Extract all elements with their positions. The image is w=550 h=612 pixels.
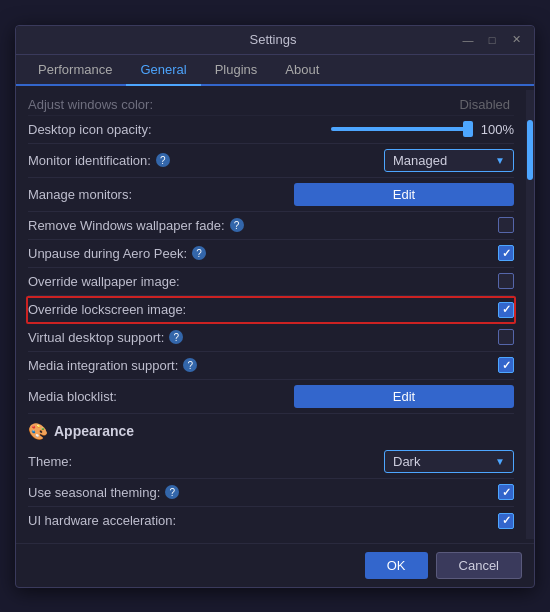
opacity-slider[interactable]: [331, 127, 471, 131]
tab-bar: Performance General Plugins About: [16, 55, 534, 86]
override-lockscreen-row: Override lockscreen image:: [26, 296, 516, 324]
titlebar: Settings — □ ✕: [16, 26, 534, 55]
desktop-icon-opacity-label: Desktop icon opacity:: [28, 122, 152, 137]
manage-monitors-control: Edit: [294, 183, 514, 206]
unpause-aero-checkbox[interactable]: [498, 245, 514, 261]
slider-container: 100%: [331, 122, 514, 137]
virtual-desktop-control: [294, 329, 514, 345]
tab-performance[interactable]: Performance: [24, 55, 126, 86]
slider-fill: [331, 127, 465, 131]
monitor-identification-dropdown[interactable]: Managed ▼: [384, 149, 514, 172]
remove-wallpaper-fade-row: Remove Windows wallpaper fade: ?: [28, 212, 514, 240]
remove-wallpaper-fade-help[interactable]: ?: [230, 218, 244, 232]
override-lockscreen-control: [294, 302, 514, 318]
media-blocklist-edit-button[interactable]: Edit: [294, 385, 514, 408]
desktop-icon-opacity-row: Desktop icon opacity: 100%: [28, 116, 514, 144]
unpause-aero-row: Unpause during Aero Peek: ?: [28, 240, 514, 268]
monitor-identification-row: Monitor identification: ? Managed ▼: [28, 144, 514, 178]
close-button[interactable]: ✕: [508, 32, 524, 48]
remove-wallpaper-fade-control: [294, 217, 514, 233]
manage-monitors-row: Manage monitors: Edit: [28, 178, 514, 212]
maximize-button[interactable]: □: [484, 32, 500, 48]
dropdown-arrow-icon: ▼: [495, 155, 505, 166]
media-integration-checkbox[interactable]: [498, 357, 514, 373]
unpause-aero-help[interactable]: ?: [192, 246, 206, 260]
media-integration-help[interactable]: ?: [183, 358, 197, 372]
window-title: Settings: [86, 32, 460, 47]
monitor-identification-label: Monitor identification:: [28, 153, 151, 168]
tab-plugins[interactable]: Plugins: [201, 55, 272, 86]
media-blocklist-control: Edit: [294, 385, 514, 408]
ui-hardware-accel-control: [294, 513, 514, 529]
appearance-section-header: 🎨 Appearance: [28, 414, 514, 445]
manage-monitors-label: Manage monitors:: [28, 187, 132, 202]
unpause-aero-label: Unpause during Aero Peek:: [28, 246, 187, 261]
appearance-section-label: Appearance: [54, 423, 134, 439]
override-wallpaper-checkbox[interactable]: [498, 273, 514, 289]
monitor-identification-control: Managed ▼: [294, 149, 514, 172]
scroll-area: Adjust windows color: Disabled Desktop i…: [16, 90, 526, 539]
appearance-icon: 🎨: [28, 422, 48, 441]
virtual-desktop-label: Virtual desktop support:: [28, 330, 164, 345]
seasonal-theming-help[interactable]: ?: [165, 485, 179, 499]
media-blocklist-label: Media blocklist:: [28, 389, 117, 404]
content-area: Adjust windows color: Disabled Desktop i…: [16, 86, 534, 543]
scrollbar-track[interactable]: [526, 90, 534, 539]
override-wallpaper-control: [294, 273, 514, 289]
adjust-windows-color-value: Disabled: [459, 97, 510, 112]
slider-value: 100%: [479, 122, 514, 137]
theme-dropdown[interactable]: Dark ▼: [384, 450, 514, 473]
scrollbar-thumb[interactable]: [527, 120, 533, 180]
ui-hardware-accel-checkbox[interactable]: [498, 513, 514, 529]
remove-wallpaper-fade-checkbox[interactable]: [498, 217, 514, 233]
tab-general[interactable]: General: [126, 55, 200, 86]
seasonal-theming-checkbox[interactable]: [498, 484, 514, 500]
adjust-windows-color-row: Adjust windows color: Disabled: [28, 94, 514, 116]
window-controls: — □ ✕: [460, 32, 524, 48]
theme-label: Theme:: [28, 454, 72, 469]
seasonal-theming-control: [294, 484, 514, 500]
remove-wallpaper-fade-label: Remove Windows wallpaper fade:: [28, 218, 225, 233]
seasonal-theming-label: Use seasonal theming:: [28, 485, 160, 500]
media-integration-label: Media integration support:: [28, 358, 178, 373]
media-integration-control: [294, 357, 514, 373]
adjust-windows-color-label: Adjust windows color:: [28, 97, 459, 112]
manage-monitors-edit-button[interactable]: Edit: [294, 183, 514, 206]
slider-thumb: [463, 121, 473, 137]
virtual-desktop-checkbox[interactable]: [498, 329, 514, 345]
override-lockscreen-label: Override lockscreen image:: [28, 302, 186, 317]
footer: OK Cancel: [16, 543, 534, 587]
ok-button[interactable]: OK: [365, 552, 428, 579]
virtual-desktop-row: Virtual desktop support: ?: [28, 324, 514, 352]
override-wallpaper-row: Override wallpaper image:: [28, 268, 514, 296]
monitor-identification-help[interactable]: ?: [156, 153, 170, 167]
virtual-desktop-help[interactable]: ?: [169, 330, 183, 344]
theme-dropdown-arrow-icon: ▼: [495, 456, 505, 467]
settings-window: Settings — □ ✕ Performance General Plugi…: [15, 25, 535, 588]
seasonal-theming-row: Use seasonal theming: ?: [28, 479, 514, 507]
tab-about[interactable]: About: [271, 55, 333, 86]
unpause-aero-control: [294, 245, 514, 261]
cancel-button[interactable]: Cancel: [436, 552, 522, 579]
media-blocklist-row: Media blocklist: Edit: [28, 380, 514, 414]
media-integration-row: Media integration support: ?: [28, 352, 514, 380]
theme-control: Dark ▼: [294, 450, 514, 473]
ui-hardware-accel-row: UI hardware acceleration:: [28, 507, 514, 535]
override-lockscreen-checkbox[interactable]: [498, 302, 514, 318]
minimize-button[interactable]: —: [460, 32, 476, 48]
theme-row: Theme: Dark ▼: [28, 445, 514, 479]
desktop-icon-opacity-control: 100%: [294, 122, 514, 137]
override-wallpaper-label: Override wallpaper image:: [28, 274, 180, 289]
ui-hardware-accel-label: UI hardware acceleration:: [28, 513, 176, 528]
